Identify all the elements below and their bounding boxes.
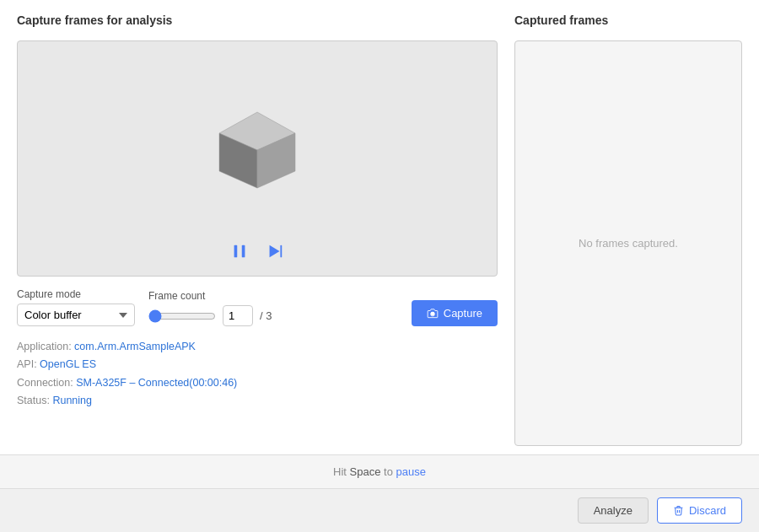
svg-rect-4 [242, 245, 245, 258]
api-label: API: [17, 358, 37, 370]
capture-mode-select[interactable]: Color buffer Depth buffer Stencil buffer [17, 304, 135, 326]
info-section: Application: com.Arm.ArmSampleAPK API: O… [17, 335, 498, 416]
discard-button[interactable]: Discard [657, 497, 742, 524]
left-panel-title: Capture frames for analysis [17, 13, 498, 27]
no-frames-message: No frames captured. [579, 237, 678, 250]
right-panel: Captured frames No frames captured. [514, 13, 742, 446]
frame-total: / 3 [260, 309, 272, 322]
captured-frames-box: No frames captured. [514, 40, 742, 446]
analyze-button[interactable]: Analyze [578, 497, 649, 524]
connection-label: Connection: [17, 377, 73, 389]
api-value: OpenGL ES [40, 358, 96, 370]
frame-count-controls: / 3 [148, 305, 272, 326]
app-value: com.Arm.ArmSampleAPK [74, 341, 196, 352]
api-info: API: OpenGL ES [17, 356, 498, 373]
hint-bar: Hit Space to pause [0, 454, 759, 488]
hint-pre: Hit [333, 465, 350, 478]
camera-icon [427, 308, 439, 320]
app-label: Application: [17, 341, 72, 352]
capture-mode-label: Capture mode [17, 288, 135, 300]
cube-svg [194, 95, 320, 222]
status-info: Status: Running [17, 392, 498, 410]
app-info: Application: com.Arm.ArmSampleAPK [17, 338, 498, 356]
hint-action: pause [396, 465, 426, 478]
controls-row: Capture mode Color buffer Depth buffer S… [17, 288, 498, 326]
capture-button[interactable]: Capture [412, 300, 498, 326]
hint-key: Space [350, 465, 381, 478]
status-label: Status: [17, 395, 50, 406]
svg-rect-6 [280, 245, 282, 258]
svg-rect-3 [234, 245, 238, 258]
skip-to-end-button[interactable] [262, 239, 288, 264]
connection-value: SM-A325F – Connected(00:00:46) [76, 377, 237, 389]
video-preview-container [17, 40, 498, 277]
capture-mode-group: Capture mode Color buffer Depth buffer S… [17, 288, 135, 326]
frame-count-label: Frame count [148, 290, 272, 302]
pause-button[interactable] [227, 239, 252, 264]
right-panel-title: Captured frames [514, 13, 742, 27]
connection-info: Connection: SM-A325F – Connected(00:00:4… [17, 374, 498, 392]
footer-bar: Analyze Discard [0, 488, 759, 532]
status-value: Running [52, 395, 92, 406]
frame-count-group: Frame count / 3 [148, 290, 272, 326]
svg-marker-5 [270, 245, 280, 258]
frame-number-input[interactable] [223, 305, 253, 326]
hint-mid: to [380, 465, 396, 478]
frame-slider[interactable] [148, 309, 216, 323]
trash-icon [673, 505, 684, 516]
video-controls [227, 239, 288, 276]
